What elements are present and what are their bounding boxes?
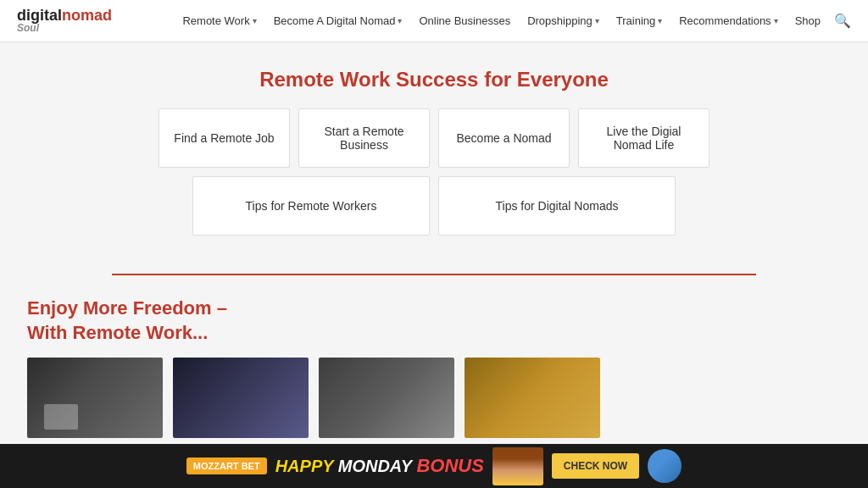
nav-dropshipping[interactable]: Dropshipping ▾	[520, 9, 606, 32]
nav-links: Remote Work ▾ Become A Digital Nomad ▾ O…	[175, 9, 827, 32]
cards-row-1: Find a Remote Job Start a Remote Busines…	[95, 108, 773, 168]
dropdown-arrow: ▾	[658, 16, 662, 25]
cards-grid: Find a Remote Job Start a Remote Busines…	[95, 108, 773, 236]
card-find-remote-job[interactable]: Find a Remote Job	[159, 108, 290, 168]
nav-recommendations[interactable]: Recommendations ▾	[672, 9, 784, 32]
logo-nomad: nomad	[62, 7, 112, 24]
nav-training[interactable]: Training ▾	[609, 9, 669, 32]
nav-shop[interactable]: Shop	[788, 9, 827, 32]
article-image-1	[27, 358, 163, 438]
dropdown-arrow: ▾	[398, 16, 402, 25]
ad-monday-text: MONDAY	[338, 457, 412, 475]
cards-row-2: Tips for Remote Workers Tips for Digital…	[95, 176, 773, 236]
hero-title: Remote Work Success for Everyone	[17, 68, 851, 92]
article-image-3	[319, 358, 454, 438]
ad-bonus-text: BONUS	[416, 455, 483, 476]
logo-digital: digital	[17, 7, 62, 24]
ad-text: HAPPY MONDAY BONUS	[275, 455, 484, 477]
logo-soul: Soul	[17, 23, 112, 34]
article-image-4	[465, 358, 600, 438]
ad-cta-button[interactable]: CHECK NOW	[552, 453, 639, 479]
card-start-remote-business[interactable]: Start a Remote Business	[298, 108, 430, 168]
dropdown-arrow: ▾	[774, 16, 778, 25]
card-tips-digital-nomads[interactable]: Tips for Digital Nomads	[438, 176, 676, 236]
nav-online-businesses[interactable]: Online Businesses	[412, 9, 517, 32]
ad-logo: MOZZART BET	[186, 458, 267, 474]
search-icon[interactable]: 🔍	[834, 13, 851, 29]
card-tips-remote-workers[interactable]: Tips for Remote Workers	[192, 176, 430, 236]
nav-remote-work[interactable]: Remote Work ▾	[175, 9, 263, 32]
divider-section	[95, 274, 773, 275]
hero-section: Remote Work Success for Everyone Find a …	[0, 42, 868, 261]
article-image-2	[173, 358, 309, 438]
site-logo[interactable]: digitalnomad Soul	[17, 8, 112, 34]
dropdown-arrow: ▾	[253, 16, 257, 25]
card-become-nomad[interactable]: Become a Nomad	[438, 108, 570, 168]
ad-banner: MOZZART BET HAPPY MONDAY BONUS CHECK NOW	[0, 444, 868, 488]
freedom-title: Enjoy More Freedom – With Remote Work...	[27, 297, 841, 345]
freedom-line1: Enjoy More Freedom –	[27, 297, 227, 319]
navbar: digitalnomad Soul Remote Work ▾ Become A…	[0, 0, 868, 42]
ad-mascot-image	[648, 449, 682, 483]
section-divider	[112, 274, 756, 275]
ad-person-image	[492, 447, 543, 485]
freedom-line2: With Remote Work...	[27, 322, 208, 343]
nav-become-digital-nomad[interactable]: Become A Digital Nomad ▾	[267, 9, 409, 32]
ad-happy-text: HAPPY	[275, 457, 334, 475]
dropdown-arrow: ▾	[595, 16, 599, 25]
card-live-nomad-life[interactable]: Live the Digial Nomad Life	[578, 108, 709, 168]
